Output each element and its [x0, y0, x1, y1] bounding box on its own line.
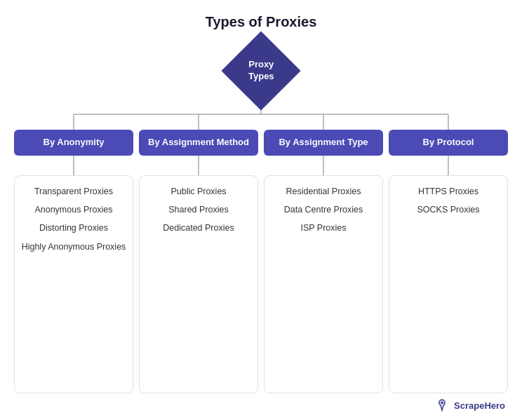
- scrapehero-icon: [434, 398, 450, 413]
- category-btn-assignment-method[interactable]: By Assignment Method: [139, 130, 258, 156]
- detail-item: Distorting Proxies: [39, 222, 108, 233]
- detail-item: Highly Anonymous Proxies: [22, 241, 126, 252]
- connectors-bottom: [11, 156, 511, 175]
- category-btn-anonymity[interactable]: By Anonymity: [14, 130, 133, 156]
- detail-item: Public Proxies: [170, 186, 226, 197]
- category-btn-protocol[interactable]: By Protocol: [389, 130, 508, 156]
- detail-box-anonymity: Transparent Proxies Anonymous Proxies Di…: [14, 175, 133, 393]
- categories-row: By Anonymity By Assignment Method By Ass…: [11, 130, 511, 156]
- detail-item: Data Centre Proxies: [284, 204, 363, 215]
- detail-item: ISP Proxies: [300, 222, 346, 233]
- bottom-connector-svg: [11, 156, 511, 175]
- detail-item: Anonymous Proxies: [34, 204, 112, 215]
- detail-item: Shared Proxies: [168, 204, 228, 215]
- detail-box-assignment-method: Public Proxies Shared Proxies Dedicated …: [139, 175, 258, 393]
- watermark-label: ScrapeHero: [454, 400, 505, 411]
- detail-item: HTTPS Proxies: [418, 186, 479, 197]
- root-node-text: ProxyTypes: [248, 59, 274, 83]
- detail-item: SOCKS Proxies: [417, 204, 480, 215]
- detail-item: Residential Proxies: [286, 186, 361, 197]
- details-row: Transparent Proxies Anonymous Proxies Di…: [11, 175, 511, 393]
- watermark: ScrapeHero: [434, 398, 511, 413]
- category-btn-assignment-type[interactable]: By Assignment Type: [264, 130, 383, 156]
- detail-item: Transparent Proxies: [34, 186, 113, 197]
- detail-box-assignment-type: Residential Proxies Data Centre Proxies …: [264, 175, 383, 393]
- diagram: ProxyTypes By Anonymity By Assignment Me…: [11, 43, 511, 413]
- detail-item: Dedicated Proxies: [163, 222, 234, 233]
- page-title: Types of Proxies: [206, 14, 317, 30]
- detail-box-protocol: HTTPS Proxies SOCKS Proxies: [389, 175, 508, 393]
- svg-point-10: [441, 402, 443, 405]
